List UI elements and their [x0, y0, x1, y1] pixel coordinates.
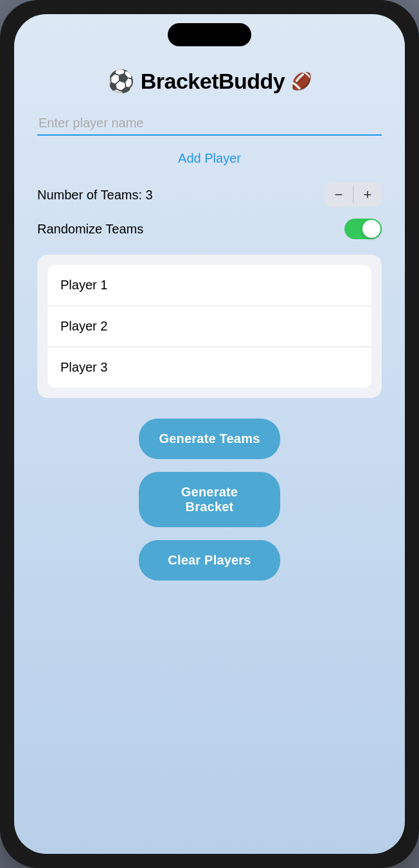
generate-teams-button[interactable]: Generate Teams	[139, 419, 280, 459]
football-icon: 🏈	[291, 71, 312, 91]
phone-frame: ⚽ BracketBuddy 🏈 Add Player Number of Te…	[0, 0, 419, 868]
input-section	[37, 112, 382, 143]
teams-row: Number of Teams: 3 − +	[37, 183, 382, 207]
add-player-button[interactable]: Add Player	[37, 147, 382, 170]
player-name-input[interactable]	[37, 112, 382, 136]
soccer-icon: ⚽	[107, 68, 134, 94]
dynamic-island	[168, 23, 251, 46]
decrement-teams-button[interactable]: −	[325, 183, 353, 207]
randomize-row: Randomize Teams	[37, 219, 382, 239]
phone-screen: ⚽ BracketBuddy 🏈 Add Player Number of Te…	[14, 14, 405, 854]
content-area: ⚽ BracketBuddy 🏈 Add Player Number of Te…	[14, 46, 405, 854]
buttons-section: Generate Teams Generate Bracket Clear Pl…	[37, 419, 382, 581]
team-count-stepper: − +	[325, 183, 382, 207]
list-item: Player 1	[48, 265, 371, 306]
list-item: Player 3	[48, 347, 371, 388]
randomize-label: Randomize Teams	[37, 222, 143, 237]
clear-players-button[interactable]: Clear Players	[139, 540, 280, 581]
list-item: Player 2	[48, 306, 371, 347]
generate-bracket-button[interactable]: Generate Bracket	[139, 472, 280, 527]
app-title: ⚽ BracketBuddy 🏈	[107, 68, 312, 94]
teams-label: Number of Teams: 3	[37, 188, 153, 203]
toggle-knob	[362, 220, 380, 238]
randomize-toggle[interactable]	[344, 219, 382, 239]
players-list: Player 1 Player 2 Player 3	[48, 265, 371, 388]
increment-teams-button[interactable]: +	[353, 183, 382, 207]
app-title-text: BracketBuddy	[141, 69, 285, 94]
players-list-container: Player 1 Player 2 Player 3	[37, 255, 382, 398]
